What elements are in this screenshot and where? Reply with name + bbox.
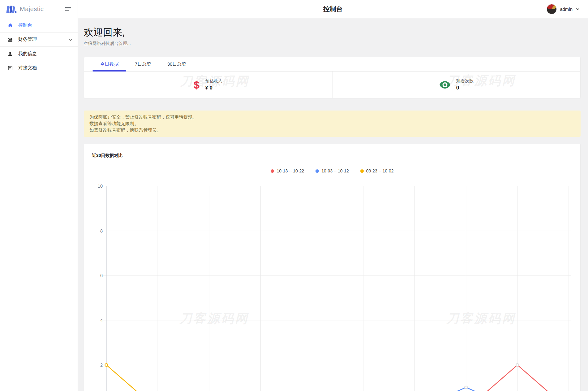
stat-view-count: 观看次数 0 xyxy=(333,72,581,98)
sidebar-item-label: 我的信息 xyxy=(18,51,73,57)
sidebar-item-label: 控制台 xyxy=(18,22,73,28)
top-header: 控制台 admin xyxy=(78,0,588,18)
sidebar-item-docs[interactable]: 对接文档 xyxy=(0,61,78,75)
overview-card: 今日数据 7日总览 30日总览 $ 预估收入 ¥ 0 xyxy=(84,57,581,98)
stat-label: 观看次数 xyxy=(456,78,474,84)
legend-dot-icon xyxy=(271,169,274,173)
overview-tabs: 今日数据 7日总览 30日总览 xyxy=(84,57,580,72)
content-area: 刀客源码网 刀客源码网 刀客源码网 刀客源码网 欢迎回来, 空痕网络科技后台管理… xyxy=(78,18,588,391)
logo-text: Majestic xyxy=(20,6,65,13)
majestic-logo-icon xyxy=(6,5,17,13)
notice-line: 数据查看等功能无限制。 xyxy=(89,120,575,127)
app-window: Majestic 控制台 财务管理 xyxy=(0,0,588,391)
page-title: 控制台 xyxy=(86,5,534,13)
chart-svg: 246810 xyxy=(84,144,580,391)
notice-line: 为保障账户安全，禁止修改账号密码，仅可申请提现。 xyxy=(89,114,575,120)
sidebar-item-dashboard[interactable]: 控制台 xyxy=(0,18,78,33)
tab-today[interactable]: 今日数据 xyxy=(92,57,126,71)
svg-text:6: 6 xyxy=(100,273,103,278)
stats-row: $ 预估收入 ¥ 0 观看次数 xyxy=(84,72,580,98)
user-menu[interactable]: admin xyxy=(534,4,580,14)
user-name: admin xyxy=(560,7,573,12)
finance-chart-icon xyxy=(7,37,13,42)
svg-text:8: 8 xyxy=(100,228,103,233)
stat-estimated-income: $ 预估收入 ¥ 0 xyxy=(84,72,333,98)
legend-dot-icon xyxy=(360,169,364,173)
sidebar-item-finance[interactable]: 财务管理 xyxy=(0,33,78,47)
legend-label: 09-23 -- 10-02 xyxy=(366,168,394,173)
sidebar-item-label: 财务管理 xyxy=(18,37,68,42)
stat-value: 0 xyxy=(456,85,474,91)
chevron-down-icon xyxy=(576,7,580,11)
chart-legend: 10-13 -- 10-2210-03 -- 10-1209-23 -- 10-… xyxy=(84,168,580,173)
welcome-title: 欢迎回来, xyxy=(84,27,581,38)
legend-label: 10-03 -- 10-12 xyxy=(321,168,349,173)
legend-item[interactable]: 09-23 -- 10-02 xyxy=(360,168,394,173)
dollar-icon: $ xyxy=(194,80,200,90)
tab-7days[interactable]: 7日总览 xyxy=(126,57,160,71)
legend-item[interactable]: 10-13 -- 10-22 xyxy=(271,168,304,173)
chart-title: 近30日数据对比 xyxy=(92,153,580,159)
welcome-block: 欢迎回来, 空痕网络科技后台管理... xyxy=(84,27,581,46)
security-notice: 为保障账户安全，禁止修改账号密码，仅可申请提现。 数据查看等功能无限制。 如需修… xyxy=(84,111,581,137)
stat-label: 预估收入 xyxy=(205,78,222,84)
avatar xyxy=(547,4,557,14)
legend-dot-icon xyxy=(315,169,319,173)
chart-card: 近30日数据对比 10-13 -- 10-2210-03 -- 10-1209-… xyxy=(84,144,581,391)
home-icon xyxy=(7,23,13,28)
svg-text:4: 4 xyxy=(100,318,103,323)
document-icon xyxy=(7,65,13,71)
person-icon xyxy=(7,51,13,57)
sidebar-item-label: 对接文档 xyxy=(18,65,73,71)
stat-value: ¥ 0 xyxy=(205,85,222,91)
sidebar-item-profile[interactable]: 我的信息 xyxy=(0,47,78,61)
sidebar: Majestic 控制台 财务管理 xyxy=(0,0,78,391)
chevron-down-icon xyxy=(68,37,73,42)
logo-row: Majestic xyxy=(0,0,78,18)
legend-item[interactable]: 10-03 -- 10-12 xyxy=(315,168,349,173)
welcome-subtitle: 空痕网络科技后台管理... xyxy=(84,41,581,46)
tab-30days[interactable]: 30日总览 xyxy=(160,57,194,71)
svg-text:2: 2 xyxy=(100,363,103,367)
eye-icon xyxy=(439,81,451,89)
svg-text:10: 10 xyxy=(98,184,103,189)
sidebar-collapse-icon[interactable] xyxy=(65,7,71,11)
main-area: 控制台 admin 刀客源码网 刀客源码网 刀客源码网 刀客源码网 欢迎回来, … xyxy=(78,0,588,391)
notice-line: 如需修改账号密码，请联系管理员。 xyxy=(89,127,575,133)
legend-label: 10-13 -- 10-22 xyxy=(277,168,304,173)
